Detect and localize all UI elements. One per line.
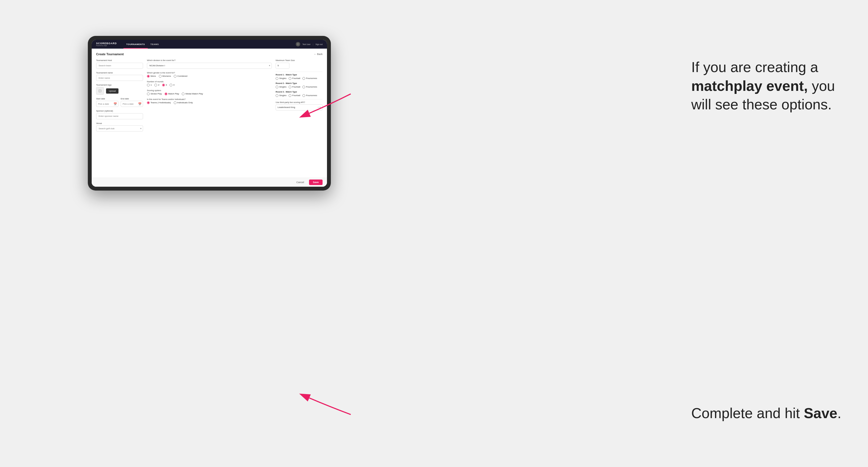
nav-right: T Test User | Sign out [296,42,322,46]
brand-subtitle: Powered by clippl [96,45,117,46]
start-date-wrapper: 📅 [96,101,119,107]
round3-fourball[interactable]: Fourball [288,94,300,97]
tab-tournaments[interactable]: TOURNAMENTS [123,40,148,49]
end-date-field: End date 📅 [121,97,143,107]
round2-singles-radio[interactable] [276,86,278,88]
sponsor-input[interactable] [96,113,143,119]
round1-foursomes-radio[interactable] [302,77,305,80]
scoring-medal-match[interactable]: Medal Match Play [182,93,203,95]
cancel-button[interactable]: Cancel [293,180,307,185]
round1-fourball-radio[interactable] [288,77,291,80]
gender-field: Which gender is the event for? Mens Wome… [147,71,272,77]
round2-fourball-radio[interactable] [288,86,291,88]
tournament-host-label: Tournament Host [96,59,143,62]
back-link[interactable]: ← Back [314,53,322,56]
end-date-label: End date [121,97,143,100]
round3-fourball-radio[interactable] [288,94,291,97]
division-field: Which division is the event for? NCAA Di… [147,59,272,69]
round2-label: Round 2 - Match Type [276,82,322,85]
round1-label: Round 1 - Match Type [276,73,322,76]
navbar: SCOREBOARD Powered by clippl TOURNAMENTS… [92,40,327,49]
rounds-2-radio[interactable] [154,84,157,87]
max-team-size-input[interactable] [276,63,289,69]
tournament-name-label: Tournament name [96,71,143,74]
tournament-name-input[interactable] [96,75,143,81]
venue-field: Venue [96,122,143,132]
annotation-matchplay: If you are creating a matchplay event, y… [691,58,851,114]
scoring-medal-radio[interactable] [182,93,184,95]
dates-field: Start date 📅 End date [96,97,143,107]
rounds-4-radio[interactable] [169,84,172,87]
division-select-wrapper: NCAA Division I NCAA Division II NCAA Di… [147,62,272,69]
tablet-frame: SCOREBOARD Powered by clippl TOURNAMENTS… [88,36,331,191]
scoring-stroke-play[interactable]: Stroke Play [147,93,162,95]
logo-upload-area: Upload [96,87,143,95]
rounds-2[interactable]: 2 [154,84,159,87]
tournament-host-input[interactable] [96,63,143,69]
gender-womens-label: Womens [162,75,171,77]
scoring-match-play[interactable]: Match Play [164,93,179,95]
form-footer: Cancel Save [92,178,327,187]
round1-singles[interactable]: Singles [276,77,286,80]
teams-individuals-radio-group: Teams (+Individuals) Individuals Only [147,101,272,104]
signout-link[interactable]: Sign out [315,43,322,45]
col-middle: Which division is the event for? NCAA Di… [147,59,272,134]
divider-1 [276,71,322,72]
division-label: Which division is the event for? [147,59,272,62]
rounds-3-radio[interactable] [162,84,165,87]
max-team-size-label: Maximum Team Size [276,59,322,62]
individuals-radio[interactable] [174,101,177,104]
gender-combined-radio[interactable] [174,75,177,77]
gender-womens-radio[interactable] [159,75,161,77]
form-container: Create Tournament ← Back Tournament Host… [92,49,327,178]
scoring-match-radio[interactable] [164,93,167,95]
form-header: Create Tournament ← Back [96,53,322,56]
round1-match-type: Round 1 - Match Type Singles Fourball [276,73,322,80]
start-date-field: Start date 📅 [96,97,119,107]
rounds-1[interactable]: 1 [147,84,152,87]
round1-singles-radio[interactable] [276,77,278,80]
rounds-radio-group: 1 2 3 [147,84,272,87]
round2-singles[interactable]: Singles [276,86,286,88]
save-button[interactable]: Save [309,180,322,185]
scoring-label: Scoring system [147,89,272,92]
gender-womens[interactable]: Womens [159,75,171,77]
scoring-field: Scoring system Stroke Play Match Play [147,89,272,95]
gender-mens[interactable]: Mens [147,75,156,77]
gender-combined-label: Combined [177,75,187,77]
division-select[interactable]: NCAA Division I NCAA Division II NCAA Di… [147,63,272,69]
sponsor-field: Sponsor (optional) [96,110,143,119]
teams-individuals-field: Is this event for Teams and/or Individua… [147,98,272,104]
tournament-host-field: Tournament Host [96,59,143,69]
rounds-1-radio[interactable] [147,84,150,87]
rounds-4[interactable]: 4 [169,84,174,87]
form-title: Create Tournament [96,53,124,56]
round3-singles-radio[interactable] [276,94,278,97]
round1-foursomes[interactable]: Foursomes [302,77,317,80]
round2-foursomes-radio[interactable] [302,86,305,88]
round2-foursomes[interactable]: Foursomes [302,86,317,88]
scoring-stroke-radio[interactable] [147,93,150,95]
venue-input[interactable] [96,125,143,131]
gender-label: Which gender is the event for? [147,71,272,74]
teams-radio[interactable] [147,101,150,104]
upload-button[interactable]: Upload [106,88,119,94]
round1-options: Singles Fourball Foursomes [276,77,322,80]
gender-mens-radio[interactable] [147,75,150,77]
round1-fourball[interactable]: Fourball [288,77,300,80]
individuals-only[interactable]: Individuals Only [174,101,193,104]
round3-singles[interactable]: Singles [276,94,286,97]
end-date-wrapper: 📅 [121,101,143,107]
tab-teams[interactable]: TEAMS [148,40,162,49]
rounds-3[interactable]: 3 [162,84,167,87]
round2-fourball[interactable]: Fourball [288,86,300,88]
teams-plus-individuals[interactable]: Teams (+Individuals) [147,101,171,104]
gender-mens-label: Mens [151,75,156,77]
annotation-save: Complete and hit Save. [691,404,851,423]
end-calendar-icon: 📅 [138,102,142,105]
avatar: T [296,42,300,46]
date-fields: Start date 📅 End date [96,97,143,107]
sponsor-label: Sponsor (optional) [96,110,143,112]
brand-logo: SCOREBOARD Powered by clippl [96,42,117,46]
gender-combined[interactable]: Combined [174,75,187,77]
